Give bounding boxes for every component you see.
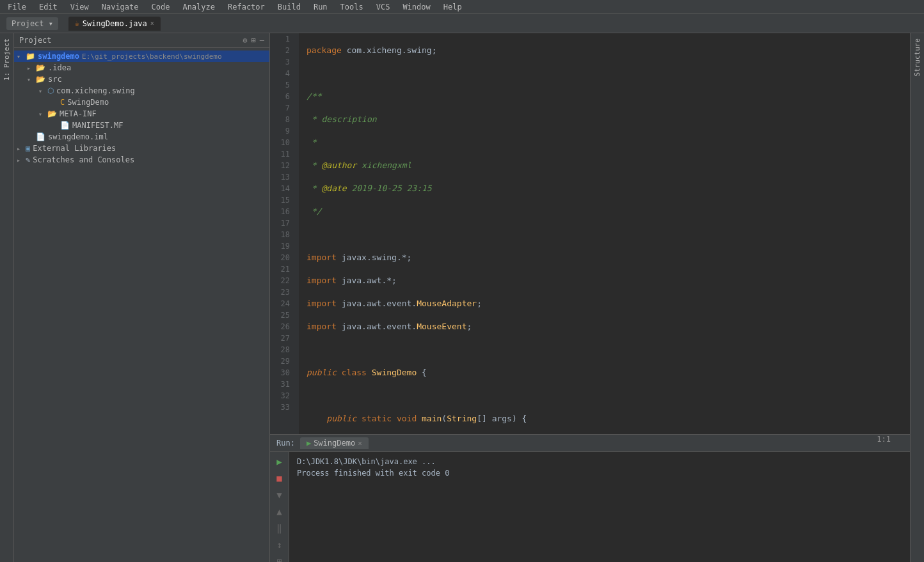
tab-bar: ☕ SwingDemo.java ×	[68, 17, 161, 31]
editor-tab-swingdemo[interactable]: ☕ SwingDemo.java ×	[68, 17, 161, 31]
code-container: 12345 678910 1112131415 1617181920 21222…	[270, 33, 910, 434]
menu-vcs[interactable]: VCS	[374, 1, 393, 13]
menu-window[interactable]: Window	[400, 1, 433, 13]
tree-item-swingdemo[interactable]: ▾ 📁 swingdemo E:\git_projects\backend\sw…	[14, 51, 269, 62]
menu-view[interactable]: View	[68, 1, 92, 13]
run-toolbar: ▶ ■ ▼ ▲ ‖ ↕ ⊞ ✎ 🗑	[270, 452, 289, 562]
project-header-icons: ⚙ ⊞ —	[243, 36, 264, 45]
structure-vertical-tab[interactable]: Structure	[911, 33, 923, 82]
iml-icon: 📄	[36, 132, 45, 141]
run-wrap-button[interactable]: ⊞	[273, 554, 287, 562]
arrow-icon: ▾	[38, 111, 47, 118]
tab-close-button[interactable]: ×	[150, 20, 154, 27]
folder-icon: 📂	[47, 109, 57, 118]
run-up-button[interactable]: ▲	[273, 504, 287, 519]
java-class-icon: C	[60, 98, 65, 107]
menu-file[interactable]: File	[5, 1, 29, 13]
tree-item-iml[interactable]: 📄 swingdemo.iml	[14, 131, 269, 143]
run-panel-header: Run: ▶ SwingDemo ×	[270, 435, 910, 452]
arrow-icon: ▸	[27, 65, 36, 72]
editor-area: 12345 678910 1112131415 1617181920 21222…	[270, 33, 910, 434]
menu-help[interactable]: Help	[441, 1, 465, 13]
project-vertical-tab[interactable]: 1: Project	[1, 33, 13, 86]
package-icon: ⬡	[47, 86, 54, 95]
tree-item-ext-libs[interactable]: ▸ ▣ External Libraries	[14, 143, 269, 154]
arrow-icon: ▾	[17, 53, 26, 60]
tree-item-idea[interactable]: ▸ 📂 .idea	[14, 62, 269, 74]
title-bar: Project ▾ ☕ SwingDemo.java ×	[0, 14, 924, 33]
tree-item-pkg[interactable]: ▾ ⬡ com.xicheng.swing	[14, 85, 269, 97]
folder-icon: 📂	[36, 75, 45, 84]
run-play-button[interactable]: ▶	[273, 455, 287, 469]
project-dropdown[interactable]: Project ▾	[6, 17, 58, 30]
run-tab-label: SwingDemo	[314, 439, 355, 448]
tree-label-meta-inf: META-INF	[60, 109, 97, 118]
tree-item-manifest[interactable]: 📄 MANIFEST.MF	[14, 120, 269, 131]
tree-item-meta-inf[interactable]: ▾ 📂 META-INF	[14, 108, 269, 120]
arrow-icon: ▸	[17, 157, 26, 164]
code-editor[interactable]: package com.xicheng.swing; /** * descrip…	[299, 33, 910, 434]
menu-run[interactable]: Run	[311, 1, 330, 13]
project-tree: ▾ 📁 swingdemo E:\git_projects\backend\sw…	[14, 48, 269, 562]
project-icon: 📁	[26, 52, 35, 61]
arrow-icon: ▾	[27, 76, 36, 83]
expand-icon[interactable]: ⊞	[251, 36, 256, 45]
library-icon: ▣	[26, 144, 30, 153]
run-tab-close[interactable]: ×	[358, 439, 362, 448]
tree-item-swingdemo-class[interactable]: C SwingDemo	[14, 97, 269, 108]
collapse-icon[interactable]: —	[260, 36, 264, 45]
tree-label-pkg: com.xicheng.swing	[56, 86, 135, 95]
run-output-line1: D:\JDK1.8\JDK\bin\java.exe ...	[297, 456, 902, 467]
tab-label: SwingDemo.java	[83, 19, 147, 28]
tree-label-scratches: Scratches and Consoles	[33, 155, 134, 164]
folder-icon: 📂	[36, 63, 45, 72]
menu-navigate[interactable]: Navigate	[99, 1, 141, 13]
arrow-icon: ▾	[38, 88, 47, 95]
run-pause-button[interactable]: ‖	[273, 521, 287, 535]
menu-analyze[interactable]: Analyze	[180, 1, 218, 13]
tree-item-src[interactable]: ▾ 📂 src	[14, 74, 269, 85]
run-output-line2: Process finished with exit code 0	[297, 467, 902, 479]
scratches-icon: ✎	[26, 155, 30, 164]
run-panel: Run: ▶ SwingDemo × ▶ ■ ▼ ▲ ‖ ↕ ⊞ ✎ 🗑	[270, 434, 910, 562]
run-body: ▶ ■ ▼ ▲ ‖ ↕ ⊞ ✎ 🗑 D:\JDK1.8\JDK\bin\java…	[270, 452, 910, 562]
arrow-icon: ▸	[17, 145, 26, 152]
tree-label-src: src	[48, 75, 62, 84]
run-down-button[interactable]: ▼	[273, 488, 287, 502]
project-panel: Project ⚙ ⊞ — ▾ 📁 swingdemo E:\git_proje…	[14, 33, 270, 562]
run-label: Run:	[276, 439, 295, 448]
run-expand-button[interactable]: ↕	[273, 538, 287, 552]
manifest-icon: 📄	[60, 121, 70, 130]
run-stop-button[interactable]: ■	[273, 471, 287, 485]
menu-bar: File Edit View Navigate Code Analyze Ref…	[0, 0, 924, 14]
java-file-icon: ☕	[75, 19, 79, 27]
menu-refactor[interactable]: Refactor	[225, 1, 267, 13]
tree-item-scratches[interactable]: ▸ ✎ Scratches and Consoles	[14, 154, 269, 166]
menu-tools[interactable]: Tools	[338, 1, 366, 13]
main-area: 1: Project Project ⚙ ⊞ — ▾ 📁 swingdemo E…	[0, 33, 924, 562]
run-tab-swingdemo[interactable]: ▶ SwingDemo ×	[300, 437, 369, 449]
tree-label-idea: .idea	[48, 63, 71, 72]
tree-label-manifest: MANIFEST.MF	[72, 121, 123, 130]
left-vertical-tabs: 1: Project	[0, 33, 14, 562]
tree-label-swingdemo-class: SwingDemo	[67, 98, 109, 107]
menu-edit[interactable]: Edit	[36, 1, 60, 13]
right-vertical-tabs: Structure	[910, 33, 924, 562]
tree-label-ext-libs: External Libraries	[33, 144, 116, 153]
project-panel-header: Project ⚙ ⊞ —	[14, 33, 269, 48]
menu-code[interactable]: Code	[149, 1, 173, 13]
tree-label-iml: swingdemo.iml	[48, 132, 108, 141]
project-panel-title: Project	[19, 36, 52, 45]
line-numbers: 12345 678910 1112131415 1617181920 21222…	[270, 33, 299, 434]
settings-icon[interactable]: ⚙	[243, 36, 247, 45]
run-tab-icon: ▶	[307, 439, 311, 448]
run-output: D:\JDK1.8\JDK\bin\java.exe ... Process f…	[289, 452, 910, 562]
tree-path-swingdemo: E:\git_projects\backend\swingdemo	[82, 52, 222, 61]
tree-label-swingdemo: swingdemo	[38, 52, 79, 61]
menu-build[interactable]: Build	[275, 1, 303, 13]
